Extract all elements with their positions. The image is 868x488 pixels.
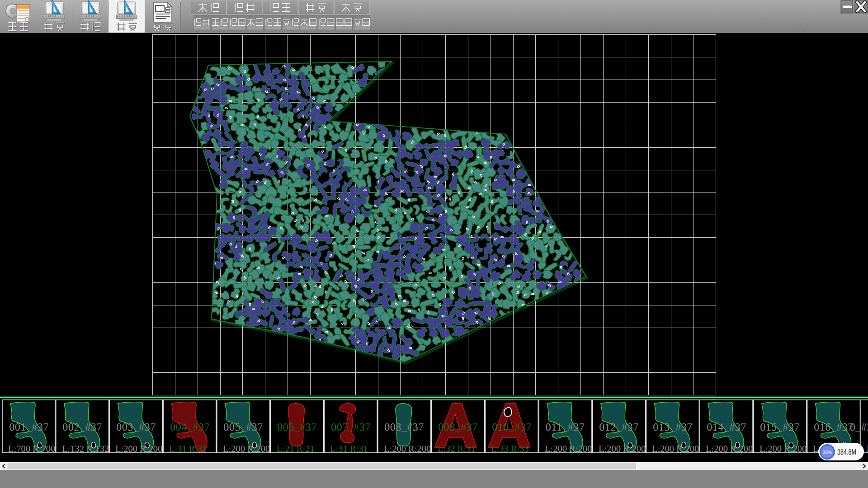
svg-text:002_#37: 002_#37 — [62, 422, 102, 433]
svg-text:L:200 R:200: L:200 R:200 — [652, 444, 699, 454]
svg-text:003_#37: 003_#37 — [116, 422, 156, 433]
svg-text:384.8M: 384.8M — [837, 448, 856, 456]
svg-text:L:200 R:200: L:200 R:200 — [545, 444, 592, 454]
svg-text:012_#37: 012_#37 — [599, 422, 639, 433]
svg-text:001_#37: 001_#37 — [9, 422, 49, 433]
svg-text:L:200 R:200: L:200 R:200 — [760, 444, 807, 454]
svg-text:004_#37: 004_#37 — [170, 422, 210, 433]
svg-text:L:31 R:31: L:31 R:31 — [330, 444, 368, 454]
svg-text:L:200 R:200: L:200 R:200 — [223, 444, 270, 454]
svg-text:38%: 38% — [823, 450, 832, 455]
svg-text:005_#37: 005_#37 — [223, 422, 263, 433]
svg-text:L:200 R:200: L:200 R:200 — [115, 444, 162, 454]
svg-text:006_#37: 006_#37 — [277, 422, 317, 433]
svg-text:013_#37: 013_#37 — [653, 422, 693, 433]
svg-text:L:132 R:132: L:132 R:132 — [62, 444, 109, 454]
svg-text:008_#37: 008_#37 — [384, 422, 424, 433]
svg-text:007_#37: 007_#37 — [331, 422, 371, 433]
svg-text:L:200 R:200: L:200 R:200 — [706, 444, 753, 454]
svg-text:L:33 R:33: L:33 R:33 — [491, 444, 529, 454]
svg-text:011_#37: 011_#37 — [546, 422, 585, 433]
svg-text:014_#37: 014_#37 — [707, 422, 746, 433]
svg-text:015_#37: 015_#37 — [760, 422, 800, 433]
svg-text:L:700 R:700: L:700 R:700 — [8, 444, 55, 454]
svg-text:016_#37: 016_#37 — [814, 422, 854, 433]
svg-text:009_#37: 009_#37 — [438, 422, 478, 433]
svg-text:L:200 R:200: L:200 R:200 — [384, 444, 431, 454]
svg-text:010_#37: 010_#37 — [492, 422, 532, 433]
svg-text:L:31 R:31: L:31 R:31 — [169, 444, 207, 454]
svg-text:L:32 R:31: L:32 R:31 — [438, 444, 476, 454]
svg-text:L:200 R:200: L:200 R:200 — [599, 444, 646, 454]
svg-text:L:21 R:21: L:21 R:21 — [277, 444, 315, 454]
svg-text:0_#37: 0_#37 — [850, 422, 868, 433]
